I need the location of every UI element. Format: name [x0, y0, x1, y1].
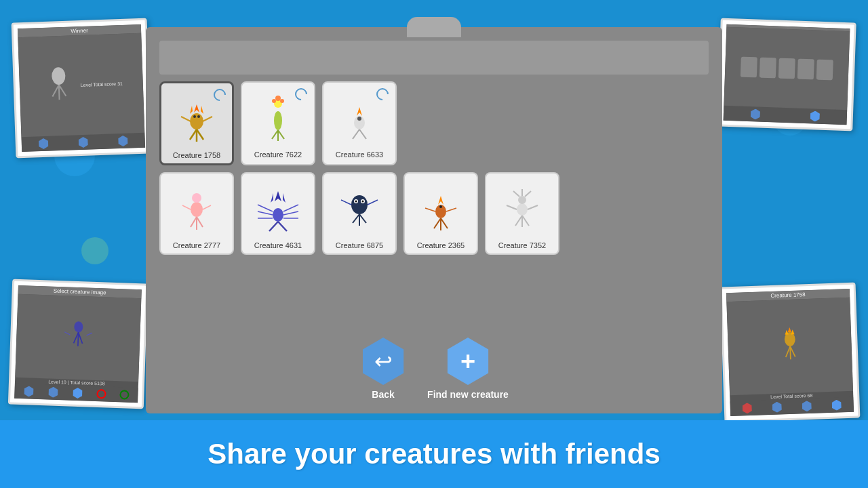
frame-info-top-left: Level Total score 31 — [79, 80, 124, 89]
find-hex-shape[interactable]: + — [444, 338, 492, 385]
creature-image-6633 — [329, 87, 390, 148]
frame-back-hex-top-right[interactable] — [750, 108, 762, 120]
creature-svg-1758 — [173, 91, 220, 145]
svg-line-82 — [525, 191, 531, 197]
frame-play-hex-top-left[interactable] — [117, 136, 129, 147]
svg-point-0 — [52, 66, 66, 85]
creature-name-7352: Creature 7352 — [498, 241, 546, 249]
svg-line-54 — [258, 205, 273, 211]
svg-marker-12 — [785, 330, 788, 335]
frame-blue-hex-bottom-right[interactable] — [772, 401, 783, 413]
svg-marker-37 — [357, 107, 362, 116]
svg-point-17 — [190, 113, 203, 129]
creature-card-1758[interactable]: Creature 1758 — [159, 81, 234, 165]
creature-row-2: Creature 2777 — [159, 172, 709, 255]
svg-line-58 — [283, 211, 298, 215]
creature-card-6875[interactable]: Creature 6875 — [322, 172, 397, 255]
svg-line-1 — [52, 85, 60, 96]
svg-point-78 — [517, 203, 528, 216]
creature-svg-7622 — [254, 90, 302, 144]
creature-name-6633: Creature 6633 — [336, 150, 383, 159]
creature-image-7352 — [492, 178, 553, 239]
creature-card-4631[interactable]: Creature 4631 — [241, 172, 315, 255]
creature-svg-6633 — [336, 90, 383, 144]
corner-frame-top-right — [717, 18, 856, 131]
svg-point-28 — [274, 111, 282, 130]
svg-point-31 — [272, 99, 276, 103]
creature-svg-4631 — [254, 181, 302, 235]
svg-line-52 — [269, 222, 278, 231]
svg-marker-11 — [787, 327, 791, 332]
frame-red-hex-bottom-right[interactable] — [742, 403, 753, 414]
frame-creatures-hex-bottom-left[interactable] — [47, 386, 59, 398]
svg-line-55 — [258, 211, 273, 215]
creature-image-6875 — [329, 178, 390, 239]
svg-line-53 — [278, 222, 287, 231]
creature-svg-6875 — [336, 181, 383, 235]
svg-point-72 — [439, 205, 442, 208]
svg-line-76 — [425, 208, 435, 211]
frame-confirm-bottom-left[interactable] — [119, 390, 129, 399]
back-arrow-icon: ↩ — [374, 348, 393, 374]
svg-line-66 — [359, 214, 366, 223]
creature-grid: Creature 1758 — [159, 81, 709, 324]
svg-marker-50 — [271, 193, 273, 203]
frame-inner-bottom-right: Creature 1758 Level Total score 68 — [726, 289, 854, 416]
frame-blue2-hex-bottom-right[interactable] — [802, 401, 813, 412]
frame-find-hex-top-right[interactable] — [810, 110, 821, 122]
creature-card-2777[interactable]: Creature 2777 — [159, 172, 234, 255]
frame-creature-bottom-right — [770, 322, 809, 371]
svg-point-41 — [191, 202, 203, 217]
creature-name-2365: Creature 2365 — [417, 241, 465, 249]
frame-footer-bottom-left — [14, 384, 138, 403]
corner-frame-bottom-left: Select creature image Level 10 | Total s… — [8, 279, 148, 409]
creature-name-7622: Creature 7622 — [254, 150, 302, 159]
back-button[interactable]: ↩ Back — [359, 338, 407, 400]
svg-line-8 — [64, 332, 70, 335]
svg-line-86 — [522, 216, 529, 226]
svg-point-30 — [275, 96, 281, 101]
creature-image-7622 — [248, 87, 309, 148]
frame-content-top-left: Level Total score 31 — [18, 33, 144, 137]
creature-card-7622[interactable]: Creature 7622 — [241, 81, 315, 165]
frame-back-hex-top-left[interactable] — [38, 138, 50, 150]
svg-line-46 — [182, 205, 191, 209]
plus-icon: + — [460, 347, 475, 376]
back-hex-shape[interactable]: ↩ — [359, 338, 407, 385]
svg-line-57 — [283, 205, 298, 211]
svg-point-22 — [197, 115, 200, 118]
corner-frame-top-left: Winner Level Total score 31 — [12, 18, 152, 159]
mini-thumb-1 — [741, 57, 757, 78]
svg-marker-51 — [283, 193, 285, 203]
bg-blob-2 — [81, 237, 108, 264]
find-new-creature-label: Find new creature — [427, 389, 509, 400]
find-new-creature-button[interactable]: + Find new creature — [427, 338, 509, 400]
svg-line-84 — [528, 205, 538, 209]
svg-line-26 — [181, 117, 191, 121]
creature-name-2777: Creature 2777 — [173, 241, 220, 249]
svg-line-27 — [203, 117, 212, 121]
frame-content-bottom-right — [726, 298, 853, 395]
corner-frame-bottom-right: Creature 1758 Level Total score 68 — [720, 283, 861, 423]
svg-line-85 — [515, 216, 522, 226]
creature-card-6633[interactable]: Creature 6633 — [322, 81, 397, 165]
creature-card-2365[interactable]: Creature 2365 — [403, 172, 478, 255]
svg-marker-71 — [438, 196, 443, 205]
svg-point-79 — [518, 196, 526, 204]
mini-thumb-3 — [778, 58, 795, 79]
creature-name-1758: Creature 1758 — [173, 151, 220, 159]
svg-line-44 — [197, 217, 203, 227]
frame-inner-top-left: Winner Level Total score 31 — [18, 24, 145, 152]
frame-find-hex-bottom-left[interactable] — [72, 388, 83, 399]
frame-find-hex-bottom-right[interactable] — [831, 399, 842, 411]
frame-footer-bottom-right — [730, 397, 854, 416]
svg-line-39 — [353, 129, 359, 139]
creature-image-2777 — [166, 178, 227, 239]
frame-back-hex-bottom-left[interactable] — [23, 386, 35, 397]
frame-forward-hex-top-left[interactable] — [78, 137, 90, 148]
svg-line-73 — [434, 218, 441, 228]
svg-marker-19 — [190, 106, 193, 114]
svg-line-81 — [513, 191, 519, 197]
frame-close-bottom-left[interactable] — [96, 389, 106, 399]
creature-card-7352[interactable]: Creature 7352 — [485, 172, 559, 255]
